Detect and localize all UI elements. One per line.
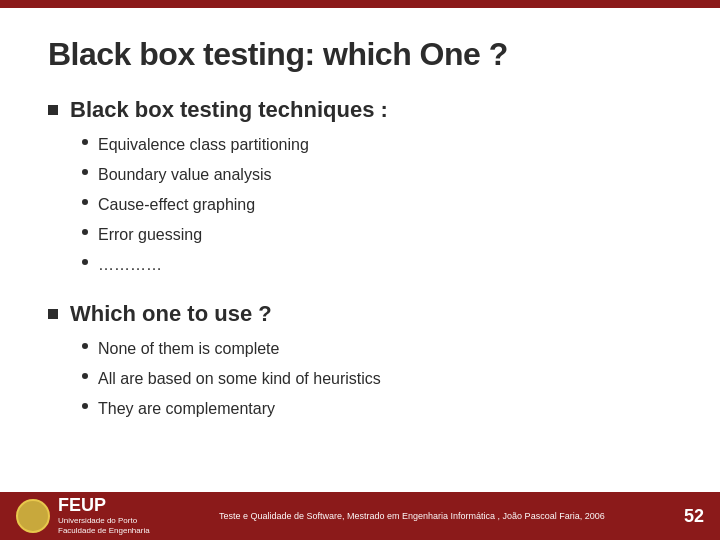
sub-text: Error guessing <box>98 223 202 247</box>
list-item: None of them is complete <box>82 337 672 361</box>
section-which-one-title: Which one to use ? <box>70 301 272 327</box>
bullet-square-2 <box>48 309 58 319</box>
slide-title: Black box testing: which One ? <box>48 36 672 73</box>
section-which-one-header: Which one to use ? <box>48 301 672 327</box>
bullet-square-1 <box>48 105 58 115</box>
feup-logo-circle <box>16 499 50 533</box>
feup-university-line1: Universidade do Porto <box>58 516 150 526</box>
feup-main-label: FEUP <box>58 496 150 516</box>
section-which-one: Which one to use ? None of them is compl… <box>48 301 672 427</box>
sub-bullet <box>82 169 88 175</box>
sub-text: None of them is complete <box>98 337 279 361</box>
content-area: Black box testing: which One ? Black box… <box>0 8 720 492</box>
sub-bullet <box>82 229 88 235</box>
sub-bullet <box>82 373 88 379</box>
list-item: All are based on some kind of heuristics <box>82 367 672 391</box>
sub-text: They are complementary <box>98 397 275 421</box>
list-item: ………… <box>82 253 672 277</box>
list-item: They are complementary <box>82 397 672 421</box>
footer-center-text: Teste e Qualidade de Software, Mestrado … <box>150 511 674 521</box>
feup-university-line2: Faculdade de Engenharia <box>58 526 150 536</box>
sub-bullet <box>82 259 88 265</box>
top-bar <box>0 0 720 8</box>
slide: Black box testing: which One ? Black box… <box>0 0 720 540</box>
list-item: Cause-effect graphing <box>82 193 672 217</box>
techniques-list: Equivalence class partitioning Boundary … <box>82 133 672 277</box>
feup-text: FEUP Universidade do Porto Faculdade de … <box>58 496 150 537</box>
sub-bullet <box>82 139 88 145</box>
list-item: Boundary value analysis <box>82 163 672 187</box>
section-techniques-header: Black box testing techniques : <box>48 97 672 123</box>
footer-logo-area: FEUP Universidade do Porto Faculdade de … <box>16 496 150 537</box>
sub-bullet <box>82 199 88 205</box>
sub-bullet <box>82 343 88 349</box>
section-techniques: Black box testing techniques : Equivalen… <box>48 97 672 283</box>
sub-text: Equivalence class partitioning <box>98 133 309 157</box>
sub-text: ………… <box>98 253 162 277</box>
sub-bullet <box>82 403 88 409</box>
sub-text: Boundary value analysis <box>98 163 271 187</box>
which-one-list: None of them is complete All are based o… <box>82 337 672 421</box>
section-techniques-title: Black box testing techniques : <box>70 97 388 123</box>
footer: FEUP Universidade do Porto Faculdade de … <box>0 492 720 540</box>
sub-text: All are based on some kind of heuristics <box>98 367 381 391</box>
list-item: Equivalence class partitioning <box>82 133 672 157</box>
sub-text: Cause-effect graphing <box>98 193 255 217</box>
footer-page-number: 52 <box>674 506 704 527</box>
list-item: Error guessing <box>82 223 672 247</box>
